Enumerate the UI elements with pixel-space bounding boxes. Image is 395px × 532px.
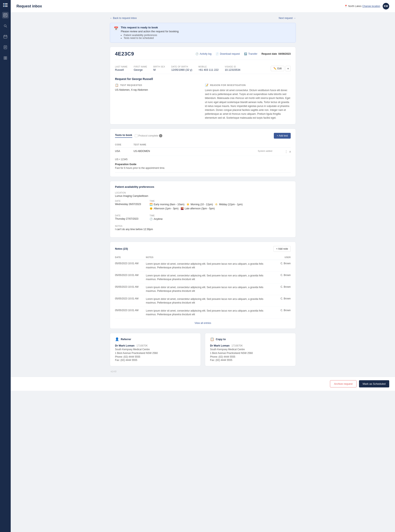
copy-to-name: Dr Mark Loman [210, 344, 230, 347]
download-button[interactable]: 📄 Download request [216, 52, 240, 55]
referrer-address: 1 Best Avenue Practiceland NSW 2560 [115, 352, 196, 354]
sidebar-item-settings[interactable] [2, 55, 9, 61]
change-location-link[interactable]: Change location [362, 5, 380, 8]
availability-title: Patient availability preferences [115, 185, 291, 188]
sidebar-item-calendar[interactable] [2, 33, 9, 40]
date1-value: Wednesday 26/07/2023 [115, 203, 148, 206]
table-row-actions: ⋮ ∧ [285, 150, 291, 154]
transfer-label: Transfer [248, 52, 257, 55]
test-requested-header: 📋 Test requested [115, 83, 201, 87]
back-to-inbox-link[interactable]: ← Back to request inbox [110, 17, 137, 20]
activity-log-button[interactable]: 🕐 Activity log [195, 52, 212, 55]
note-date-3: 05/05/2023 10:01 AM [115, 285, 144, 293]
date-time-row-2: Date Thursday 27/07/2023 Time 🕐 Anytime [115, 214, 291, 223]
transfer-icon: ↗️ [244, 52, 247, 55]
add-note-button[interactable]: + Add note [273, 246, 291, 252]
copy-to-label: Copy to [216, 338, 226, 341]
transfer-button[interactable]: ↗️ Transfer [244, 52, 257, 55]
patient-last-name-field: Last name Russell [115, 65, 127, 71]
referrer-card-header: 👤 Referrer [115, 337, 196, 341]
sidebar-item-search[interactable] [2, 23, 9, 29]
copy-to-name-row: Dr Mark Loman 1716870K [210, 344, 291, 347]
col-actions-label [285, 144, 291, 146]
tests-reasons-grid: 📋 Test requested US Abdomen, X-ray Abdom… [115, 83, 291, 120]
first-name-label: First name [134, 65, 147, 68]
note-date-4: 05/05/2023 10:01 AM [115, 297, 144, 304]
date2-field: Date Thursday 27/07/2023 [115, 214, 148, 220]
activity-log-label: Activity log [200, 52, 212, 55]
referrer-name: Dr Mark Loman [115, 344, 135, 347]
app-container: Request inbox 📍 North Lakes Change locat… [0, 0, 395, 532]
sidebar-item-inbox[interactable] [2, 12, 9, 18]
copy-to-header: 📋 Copy to [210, 337, 291, 341]
table-row: USA US ABDOMEN System added ⋮ ∧ [115, 148, 291, 156]
test-requested-section: 📋 Test requested US Abdomen, X-ray Abdom… [115, 83, 201, 120]
date2-value: Thursday 27/07/2023 [115, 217, 148, 220]
add-test-button[interactable]: + Add test [274, 133, 291, 139]
dob-label: Date of birth [171, 65, 192, 68]
request-header: 4E23C9 🕐 Activity log 📄 Download request… [115, 51, 291, 60]
time2-field: Time 🕐 Anytime [150, 214, 291, 220]
afternoon-label: Afternoon (1pm - 3pm) [154, 207, 179, 210]
note-row: 05/05/2023 10:01 AM Lorem ipsum dolor si… [115, 272, 291, 283]
note-user-5: C. Brown [270, 309, 291, 316]
reason-section: 📝 Reason for investigation Lorem ipsum d… [205, 83, 291, 120]
svg-rect-19 [4, 57, 5, 58]
note-date-1: 05/05/2023 10:01 AM [115, 262, 144, 269]
patient-dropdown-button[interactable]: ▾ [285, 66, 291, 71]
partly-cloudy-icon: 🌤️ [215, 203, 218, 206]
request-date: Request date 04/08/2023 [262, 52, 291, 55]
referrer-phone: Phone: (02) 4444 5555 [115, 355, 196, 358]
referrer-copy-grid: 👤 Referrer Dr Mark Loman 1716870K South … [110, 333, 296, 366]
header-right: 📍 North Lakes Change location KW [344, 3, 389, 10]
patient-birth-sex-field: Birth sex M [153, 65, 165, 71]
mark-as-scheduled-button[interactable]: Mark as Scheduled [359, 380, 389, 387]
svg-rect-3 [4, 3, 5, 4]
notes-header: Notes (23) + Add note [115, 246, 291, 252]
view-all-entries-link[interactable]: View all entries [195, 322, 211, 325]
dob-value: 12/05/1990 (32 y) [171, 68, 192, 71]
edit-button[interactable]: ✏️ Edit [271, 66, 284, 71]
note-text-5: Lorem ipsum dolor sit amet, consectetur … [146, 309, 268, 316]
expand-row-icon[interactable]: ∧ [289, 150, 291, 153]
tests-table-header: CODE TEST NAME [115, 142, 291, 148]
clock-icon: 🕐 [150, 217, 153, 220]
more-options-icon[interactable]: ⋮ [285, 150, 288, 154]
note-user-4: C. Brown [270, 297, 291, 304]
svg-rect-1 [3, 5, 8, 5]
copy-to-phone: Phone: (02) 4444 5555 [210, 355, 291, 358]
archive-request-button[interactable]: Archive request [330, 380, 356, 387]
reason-header: 📝 Reason for investigation [205, 83, 291, 87]
note-text-1: Lorem ipsum dolor sit amet, consectetur … [146, 262, 268, 269]
note-text-2: Lorem ipsum dolor sit amet, consectetur … [146, 274, 268, 281]
date1-label: Date [115, 200, 148, 202]
info-banner-item-2: Tests need to be scheduled [124, 37, 179, 39]
page-header: Request inbox 📍 North Lakes Change locat… [11, 0, 395, 12]
next-request-link[interactable]: Next request → [279, 17, 296, 20]
last-name-label: Last name [115, 65, 127, 68]
info-banner-subtitle: Please review and action the request for… [121, 30, 179, 33]
note-row: 05/05/2023 10:01 AM Lorem ipsum dolor si… [115, 295, 291, 307]
time-slot-afternoon: 🌞 Afternoon (1pm - 3pm) [150, 207, 179, 210]
svg-rect-0 [3, 3, 8, 4]
note-row: 05/05/2023 10:01 AM Lorem ipsum dolor si… [115, 260, 291, 272]
birth-sex-label: Birth sex [153, 65, 165, 68]
protocol-checkbox[interactable] [135, 134, 138, 137]
request-card: 4E23C9 🕐 Activity log 📄 Download request… [110, 47, 296, 125]
patient-section-title: Request for George Russell [115, 77, 291, 81]
notes-title: Notes (23) [115, 247, 128, 250]
last-name-value: Russell [115, 68, 127, 71]
sidebar-item-reports[interactable] [2, 44, 9, 51]
tests-to-book-tab[interactable]: Tests to book [115, 133, 132, 138]
midday-label: Midday (12pm - 1pm) [219, 203, 242, 206]
time1-label: Time [150, 200, 291, 202]
notes-field-label: Notes [115, 225, 291, 227]
late-afternoon-label: Late afternoon (3pm - 5pm) [185, 207, 215, 210]
main-content: Request inbox 📍 North Lakes Change locat… [11, 0, 395, 532]
footer-actions: Archive request Mark as Scheduled [11, 377, 395, 391]
test-requested-label: Test requested [120, 84, 142, 86]
svg-line-10 [6, 27, 7, 27]
prep-guide-title: Preparation Guide [115, 163, 291, 166]
clock-icon: 🕐 [195, 52, 198, 55]
view-all-link-container: View all entries [115, 321, 291, 325]
